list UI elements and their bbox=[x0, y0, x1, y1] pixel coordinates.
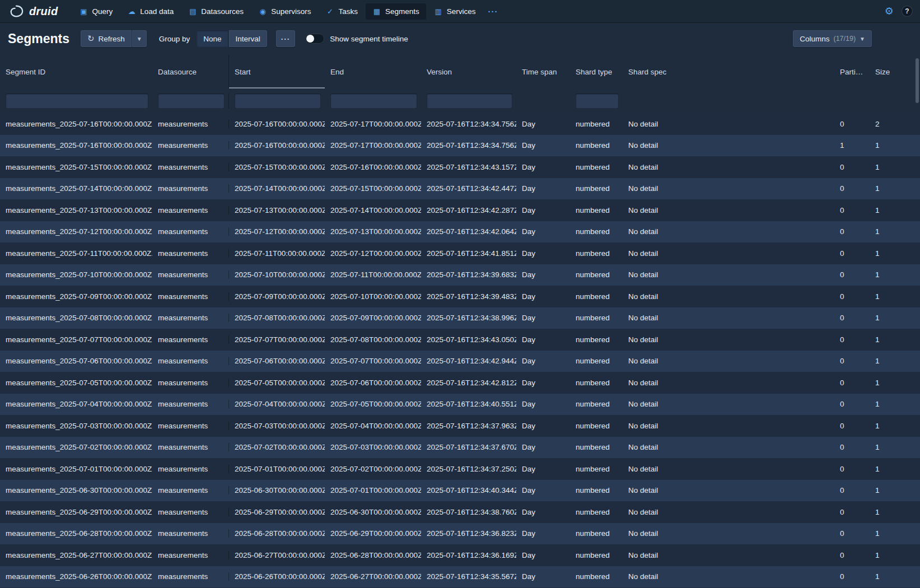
cell-datasource: measurements bbox=[152, 443, 228, 451]
table-row[interactable]: measurements_2025-07-08T00:00:00.000Z...… bbox=[0, 307, 920, 329]
column-header-version[interactable]: Version bbox=[421, 55, 516, 88]
table-row[interactable]: measurements_2025-07-16T00:00:00.000Z...… bbox=[0, 135, 920, 157]
cell-datasource: measurements bbox=[152, 400, 228, 408]
cell-shard_type: numbered bbox=[570, 120, 623, 128]
cell-size: 1 bbox=[870, 141, 920, 150]
table-row[interactable]: measurements_2025-07-10T00:00:00.000Z...… bbox=[0, 264, 920, 286]
cell-end: 2025-07-10T00:00:00.000Z bbox=[325, 292, 421, 301]
cell-shard_type: numbered bbox=[570, 184, 623, 193]
cell-partition: 0 bbox=[834, 508, 870, 516]
cell-shard_spec: No detail bbox=[623, 292, 834, 301]
filter-cell-datasource bbox=[152, 94, 228, 109]
table-row[interactable]: measurements_2025-07-06T00:00:00.000Z...… bbox=[0, 351, 920, 372]
cell-partition: 0 bbox=[834, 270, 870, 279]
table-row[interactable]: measurements_2025-07-09T00:00:00.000Z...… bbox=[0, 286, 920, 307]
table-row[interactable]: measurements_2025-07-14T00:00:00.000Z...… bbox=[0, 178, 920, 200]
cell-time_span: Day bbox=[516, 443, 570, 451]
table-row[interactable]: measurements_2025-06-30T00:00:00.000Z...… bbox=[0, 480, 920, 502]
nav-item-services[interactable]: ▥Services bbox=[427, 3, 483, 20]
cell-shard_type: numbered bbox=[570, 486, 623, 494]
segment_id-filter-input[interactable] bbox=[6, 94, 148, 109]
brand[interactable]: druid bbox=[8, 4, 58, 18]
cell-time_span: Day bbox=[516, 379, 570, 387]
segment-timeline-toggle[interactable] bbox=[305, 34, 324, 44]
column-header-shard_spec[interactable]: Shard spec bbox=[623, 55, 834, 88]
cell-start: 2025-07-15T00:00:00.000Z bbox=[228, 163, 325, 171]
column-header-start[interactable]: Start bbox=[228, 55, 325, 88]
nav-item-datasources[interactable]: ▤Datasources bbox=[181, 3, 250, 20]
column-header-size[interactable]: Size bbox=[870, 55, 920, 88]
column-header-end[interactable]: End bbox=[325, 55, 421, 88]
column-header-time_span[interactable]: Time span bbox=[516, 55, 570, 88]
cell-segment_id: measurements_2025-07-06T00:00:00.000Z... bbox=[0, 357, 152, 365]
refresh-button[interactable]: ↻ Refresh bbox=[81, 30, 132, 47]
cell-shard_spec: No detail bbox=[623, 486, 834, 494]
group-by-none-button[interactable]: None bbox=[197, 30, 228, 47]
column-header-label: Shard spec bbox=[628, 68, 666, 76]
datasource-filter-input[interactable] bbox=[158, 94, 225, 109]
nav-item-segments[interactable]: ▦Segments bbox=[366, 3, 426, 20]
table-row[interactable]: measurements_2025-06-26T00:00:00.000Z...… bbox=[0, 566, 920, 588]
cell-partition: 0 bbox=[834, 422, 870, 430]
cell-partition: 0 bbox=[834, 465, 870, 473]
start-filter-input[interactable] bbox=[235, 94, 321, 109]
table-row[interactable]: measurements_2025-07-13T00:00:00.000Z...… bbox=[0, 199, 920, 221]
cell-size: 1 bbox=[870, 227, 920, 236]
column-header-partition[interactable]: Partition bbox=[834, 55, 870, 88]
cell-start: 2025-06-26T00:00:00.000Z bbox=[228, 572, 325, 581]
cell-time_span: Day bbox=[516, 227, 570, 236]
table-row[interactable]: measurements_2025-07-11T00:00:00.000Z...… bbox=[0, 242, 920, 264]
refresh-dropdown-button[interactable]: ▼ bbox=[132, 30, 147, 47]
table-row[interactable]: measurements_2025-07-07T00:00:00.000Z...… bbox=[0, 329, 920, 351]
cell-segment_id: measurements_2025-07-03T00:00:00.000Z... bbox=[0, 422, 152, 430]
vertical-scrollbar-thumb[interactable] bbox=[916, 58, 919, 103]
refresh-label: Refresh bbox=[99, 35, 125, 43]
table-row[interactable]: measurements_2025-07-05T00:00:00.000Z...… bbox=[0, 372, 920, 394]
table-row[interactable]: measurements_2025-07-15T00:00:00.000Z...… bbox=[0, 156, 920, 178]
cell-version: 2025-07-16T12:34:39.483Z bbox=[421, 292, 516, 301]
more-options-button[interactable]: ··· bbox=[276, 30, 296, 47]
nav-item-label: Query bbox=[92, 7, 113, 16]
nav-more-button[interactable]: ··· bbox=[482, 3, 503, 20]
table-row[interactable]: measurements_2025-07-03T00:00:00.000Z...… bbox=[0, 415, 920, 437]
datasources-icon: ▤ bbox=[188, 7, 197, 16]
cell-version: 2025-07-16T12:34:37.250Z bbox=[421, 465, 516, 473]
column-header-shard_type[interactable]: Shard type bbox=[570, 55, 623, 88]
cell-version: 2025-07-16T12:34:34.756Z bbox=[421, 120, 516, 128]
help-icon[interactable]: ? bbox=[902, 6, 912, 16]
version-filter-input[interactable] bbox=[427, 94, 512, 109]
cell-end: 2025-07-16T00:00:00.000Z bbox=[325, 163, 421, 171]
end-filter-input[interactable] bbox=[330, 94, 417, 109]
cell-shard_type: numbered bbox=[570, 508, 623, 516]
table-row[interactable]: measurements_2025-07-04T00:00:00.000Z...… bbox=[0, 394, 920, 416]
nav-item-supervisors[interactable]: ◉Supervisors bbox=[251, 3, 317, 20]
column-header-datasource[interactable]: Datasource bbox=[152, 55, 228, 88]
cell-shard_spec: No detail bbox=[623, 572, 834, 581]
cell-partition: 0 bbox=[834, 335, 870, 344]
cell-datasource: measurements bbox=[152, 292, 228, 301]
cell-size: 1 bbox=[870, 572, 920, 581]
nav-item-query[interactable]: ▣Query bbox=[73, 3, 120, 20]
cell-end: 2025-07-05T00:00:00.000Z bbox=[325, 400, 421, 408]
settings-gear-icon[interactable]: ⚙ bbox=[885, 6, 894, 16]
nav-item-label: Services bbox=[447, 7, 476, 16]
cell-datasource: measurements bbox=[152, 529, 228, 538]
cell-shard_spec: No detail bbox=[623, 249, 834, 258]
group-by-interval-button[interactable]: Interval bbox=[229, 30, 267, 47]
column-header-segment_id[interactable]: Segment ID bbox=[0, 55, 152, 88]
nav-item-load-data[interactable]: ☁Load data bbox=[120, 3, 180, 20]
cell-datasource: measurements bbox=[152, 379, 228, 387]
table-row[interactable]: measurements_2025-07-16T00:00:00.000Z...… bbox=[0, 113, 920, 135]
table-row[interactable]: measurements_2025-06-27T00:00:00.000Z...… bbox=[0, 544, 920, 566]
cell-end: 2025-07-17T00:00:00.000Z bbox=[325, 120, 421, 128]
table-row[interactable]: measurements_2025-07-01T00:00:00.000Z...… bbox=[0, 458, 920, 480]
cell-partition: 0 bbox=[834, 120, 870, 128]
shard_type-filter-input[interactable] bbox=[576, 94, 619, 109]
nav-item-tasks[interactable]: ✓Tasks bbox=[319, 3, 365, 20]
table-row[interactable]: measurements_2025-06-29T00:00:00.000Z...… bbox=[0, 501, 920, 523]
columns-button[interactable]: Columns (17/19) ▼ bbox=[793, 30, 872, 47]
table-row[interactable]: measurements_2025-07-02T00:00:00.000Z...… bbox=[0, 437, 920, 459]
table-row[interactable]: measurements_2025-06-28T00:00:00.000Z...… bbox=[0, 523, 920, 545]
table-row[interactable]: measurements_2025-07-12T00:00:00.000Z...… bbox=[0, 221, 920, 243]
cell-segment_id: measurements_2025-07-12T00:00:00.000Z... bbox=[0, 227, 152, 236]
